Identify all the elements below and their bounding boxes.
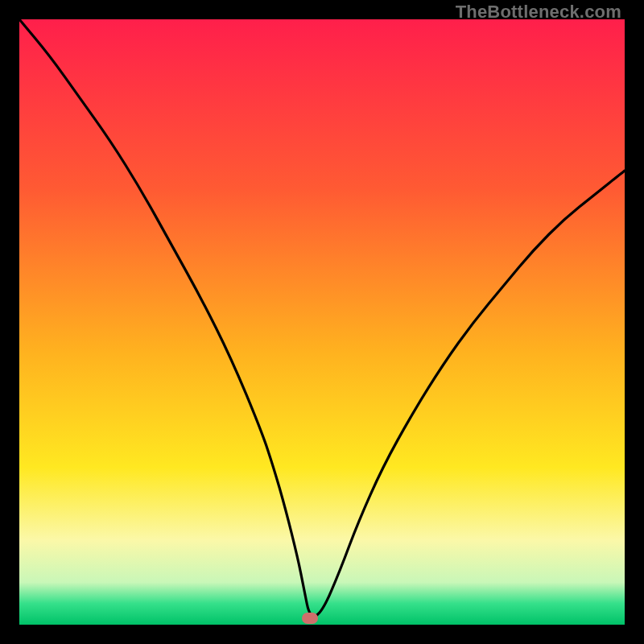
optimal-point-marker xyxy=(302,613,318,624)
chart-frame xyxy=(19,19,625,625)
chart-background xyxy=(19,19,625,625)
chart-svg xyxy=(19,19,625,625)
watermark-text: TheBottleneck.com xyxy=(456,2,621,23)
